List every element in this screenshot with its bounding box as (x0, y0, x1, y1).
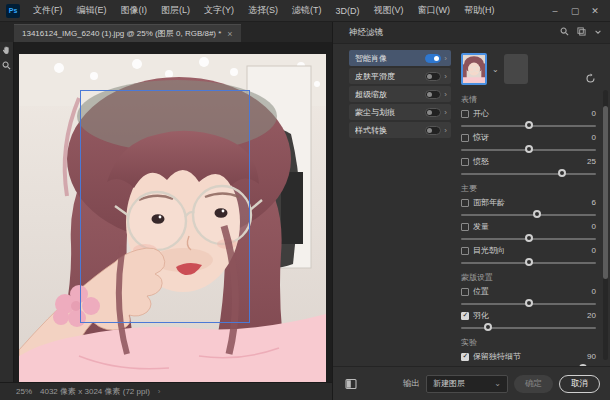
maximize-button[interactable]: ▢ (570, 6, 580, 16)
slider-track[interactable] (461, 262, 596, 264)
chevron-right-icon: › (444, 126, 447, 135)
tab-close-icon[interactable]: × (227, 29, 232, 39)
slider-track[interactable] (461, 303, 596, 305)
slider-value: 0 (592, 287, 596, 296)
panel-body: 智能肖像 › 皮肤平滑度 › 超级缩放 › 蒙尘与划痕 › (333, 44, 610, 366)
menu-edit[interactable]: 编辑(E) (72, 2, 112, 19)
slider-label: 发量 (473, 221, 489, 232)
output-select[interactable]: 新建图层 ⌄ (426, 375, 508, 393)
close-button[interactable]: ✕ (590, 6, 600, 16)
window-controls: – ▢ ✕ (550, 6, 604, 16)
chevron-down-icon: ⌄ (494, 379, 501, 388)
slider-handle[interactable] (558, 169, 566, 177)
slider-checkbox[interactable] (461, 158, 469, 166)
slider-checkbox[interactable] (461, 312, 469, 320)
menu-bar: Ps 文件(F) 编辑(E) 图像(I) 图层(L) 文字(Y) 选择(S) 滤… (0, 0, 610, 22)
status-chevron-icon[interactable]: › (158, 387, 161, 396)
slider-checkbox[interactable] (461, 134, 469, 142)
zoom-level[interactable]: 25% (16, 387, 32, 396)
slider-checkbox[interactable] (461, 288, 469, 296)
zoom-tool[interactable] (2, 61, 11, 70)
slider-handle[interactable] (525, 121, 533, 129)
slider-checkbox[interactable] (461, 223, 469, 231)
filter-controls: ⌄ 表情 开心 0 (453, 44, 610, 366)
menu-view[interactable]: 视图(V) (369, 2, 409, 19)
slider-sections: 表情 开心 0 惊讶 0 (461, 94, 596, 366)
reset-icon[interactable] (585, 70, 596, 88)
menu-filter[interactable]: 滤镜(T) (287, 2, 327, 19)
slider-track[interactable] (461, 238, 596, 240)
cancel-button[interactable]: 取消 (559, 375, 600, 393)
chevron-down-icon[interactable]: ⌄ (492, 65, 499, 74)
slider-handle[interactable] (525, 234, 533, 242)
slider-checkbox[interactable] (461, 199, 469, 207)
section-title: 主要 (461, 183, 596, 194)
photo-image (19, 54, 326, 382)
filter-skin-smoothing[interactable]: 皮肤平滑度 › (349, 68, 451, 84)
preview-toggle-icon[interactable] (345, 378, 357, 390)
menu-file[interactable]: 文件(F) (28, 2, 68, 19)
scrollbar-thumb[interactable] (603, 106, 608, 279)
slider-handle[interactable] (525, 299, 533, 307)
filter-toggle[interactable] (425, 72, 441, 81)
face-thumbnail[interactable] (461, 53, 487, 85)
slider-track[interactable] (461, 214, 596, 216)
slider-checkbox[interactable] (461, 353, 469, 361)
layers-icon[interactable] (577, 27, 586, 38)
slider-value: 0 (592, 133, 596, 142)
document-dimensions: 4032 像素 x 3024 像素 (72 ppi) (40, 386, 150, 397)
menu-3d[interactable]: 3D(D) (331, 4, 365, 18)
slider-value: 90 (587, 352, 596, 361)
filter-toggle[interactable] (425, 54, 441, 63)
slider-value: 20 (587, 311, 596, 320)
search-icon[interactable] (560, 27, 569, 38)
filter-toggle[interactable] (425, 108, 441, 117)
filter-dust-scratches[interactable]: 蒙尘与划痕 › (349, 104, 451, 120)
slider-track[interactable] (461, 149, 596, 151)
chevron-down-icon[interactable] (594, 28, 602, 38)
menu-image[interactable]: 图像(I) (116, 2, 153, 19)
canvas-area[interactable] (14, 42, 332, 382)
menu-layer[interactable]: 图层(L) (156, 2, 195, 19)
slider-checkbox[interactable] (461, 110, 469, 118)
face-selection-box[interactable] (80, 90, 250, 323)
slider-label: 目光朝向 (473, 245, 505, 256)
ok-button[interactable]: 确定 (514, 375, 553, 393)
filter-super-zoom[interactable]: 超级缩放 › (349, 86, 451, 102)
slider-row-position: 位置 0 (461, 286, 596, 307)
filter-toggle[interactable] (425, 126, 441, 135)
slider-handle[interactable] (533, 210, 541, 218)
output-selected-value: 新建图层 (433, 378, 465, 389)
slider-row-hair-thickness: 发量 0 (461, 221, 596, 242)
filter-smart-portrait[interactable]: 智能肖像 › (349, 50, 451, 66)
chevron-right-icon: › (444, 72, 447, 81)
slider-handle[interactable] (525, 258, 533, 266)
face-thumbnail-slot[interactable] (504, 54, 528, 84)
slider-value: 25 (587, 157, 596, 166)
slider-track[interactable] (461, 173, 596, 175)
hand-tool[interactable] (2, 46, 11, 55)
document-tab[interactable]: 13416124_IMG_6240 (1).jpg @ 25% (图层 0, R… (14, 24, 241, 42)
menu-window[interactable]: 窗口(W) (413, 2, 456, 19)
slider-handle[interactable] (579, 364, 587, 366)
status-bar: 25% 4032 像素 x 3024 像素 (72 ppi) › (0, 382, 332, 400)
panel-scrollbar[interactable] (603, 90, 608, 360)
menu-type[interactable]: 文字(Y) (199, 2, 239, 19)
slider-label: 位置 (473, 286, 489, 297)
slider-handle[interactable] (525, 145, 533, 153)
slider-handle[interactable] (484, 323, 492, 331)
slider-track[interactable] (461, 327, 596, 329)
filter-label: 样式转换 (355, 125, 422, 136)
photoshop-window: Ps 文件(F) 编辑(E) 图像(I) 图层(L) 文字(Y) 选择(S) 滤… (0, 0, 610, 400)
menu-select[interactable]: 选择(S) (243, 2, 283, 19)
filter-style-transfer[interactable]: 样式转换 › (349, 122, 451, 138)
slider-track[interactable] (461, 125, 596, 127)
minimize-button[interactable]: – (550, 6, 560, 16)
filter-toggle[interactable] (425, 90, 441, 99)
document-title: 13416124_IMG_6240 (1).jpg @ 25% (图层 0, R… (22, 28, 221, 39)
menu-help[interactable]: 帮助(H) (459, 2, 500, 19)
slider-checkbox[interactable] (461, 247, 469, 255)
panel-header: 神经滤镜 (333, 22, 610, 44)
filter-label: 皮肤平滑度 (355, 71, 422, 82)
slider-row-gaze: 目光朝向 0 (461, 245, 596, 266)
